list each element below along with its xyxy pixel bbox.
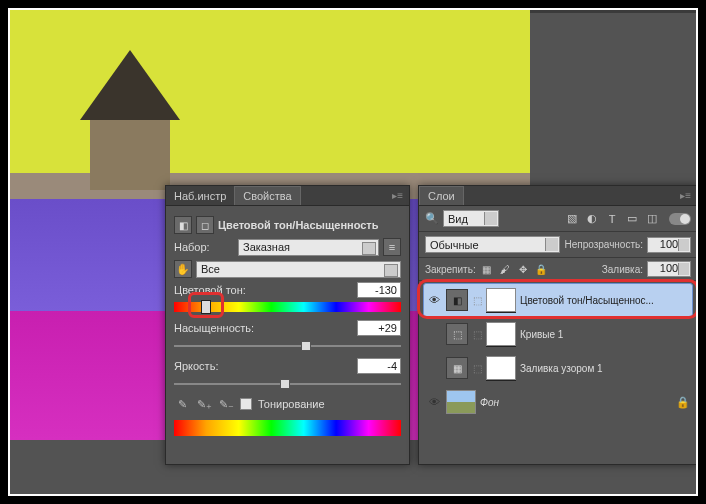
filter-type-icon[interactable]: T — [603, 211, 621, 227]
link-icon[interactable]: ⬚ — [472, 329, 482, 340]
properties-tabbar: Наб.инстр Свойства ▸≡ — [166, 186, 409, 206]
layers-list: 👁 ◧ ⬚ Цветовой тон/Насыщеннос... ⬚ ⬚ Кри… — [419, 281, 697, 421]
layer-adjust-icon: ◧ — [446, 289, 468, 311]
colorize-checkbox[interactable] — [240, 398, 252, 410]
tab-layers[interactable]: Слои — [419, 186, 464, 205]
filter-toggle[interactable] — [669, 213, 691, 225]
layer-name[interactable]: Кривые 1 — [520, 329, 690, 340]
mask-icon[interactable]: ◻ — [196, 216, 214, 234]
filter-search-icon[interactable]: 🔍 — [425, 212, 439, 225]
layer-row[interactable]: ▦ ⬚ Заливка узором 1 — [423, 351, 693, 385]
filter-smart-icon[interactable]: ◫ — [643, 211, 661, 227]
blend-mode-select[interactable]: Обычные — [425, 236, 560, 253]
filter-icons: ▧ ◐ T ▭ ◫ — [563, 211, 661, 227]
adjustment-icon[interactable]: ◧ — [174, 216, 192, 234]
adjustment-title: Цветовой тон/Насыщенность — [218, 219, 379, 231]
filter-pixel-icon[interactable]: ▧ — [563, 211, 581, 227]
layer-mask-thumb[interactable] — [486, 356, 516, 380]
filter-adjust-icon[interactable]: ◐ — [583, 211, 601, 227]
layer-row[interactable]: 👁 ◧ ⬚ Цветовой тон/Насыщеннос... — [423, 283, 693, 317]
opacity-label: Непрозрачность: — [564, 239, 643, 250]
tab-tool-presets[interactable]: Наб.инстр — [166, 187, 234, 205]
layer-mask-thumb[interactable] — [486, 322, 516, 346]
layer-adjust-icon: ⬚ — [446, 323, 468, 345]
panel-menu-icon[interactable]: ▸≡ — [674, 190, 697, 201]
properties-body: ◧ ◻ Цветовой тон/Насыщенность Набор: Зак… — [166, 206, 409, 442]
lock-position-icon[interactable]: ✥ — [516, 262, 530, 276]
filter-shape-icon[interactable]: ▭ — [623, 211, 641, 227]
hue-input[interactable] — [357, 282, 401, 298]
layers-panel: Слои ▸≡ 🔍 Вид ▧ ◐ T ▭ ◫ Обычные Непрозра… — [418, 185, 698, 465]
hue-label: Цветовой тон: — [174, 284, 246, 296]
saturation-input[interactable] — [357, 320, 401, 336]
hue-slider[interactable] — [174, 302, 401, 312]
link-icon[interactable]: ⬚ — [472, 295, 482, 306]
eyedropper-add-icon[interactable]: ✎₊ — [196, 396, 212, 412]
lock-all-icon[interactable]: 🔒 — [534, 262, 548, 276]
layers-tabbar: Слои ▸≡ — [419, 186, 697, 206]
lightness-label: Яркость: — [174, 360, 218, 372]
lock-label: Закрепить: — [425, 264, 476, 275]
lock-paint-icon[interactable]: 🖌 — [498, 262, 512, 276]
properties-panel: Наб.инстр Свойства ▸≡ ◧ ◻ Цветовой тон/Н… — [165, 185, 410, 465]
layer-name[interactable]: Заливка узором 1 — [520, 363, 690, 374]
saturation-label: Насыщенность: — [174, 322, 254, 334]
lightness-input[interactable] — [357, 358, 401, 374]
app-frame: Наб.инстр Свойства ▸≡ ◧ ◻ Цветовой тон/Н… — [8, 8, 698, 496]
layer-name[interactable]: Фон — [480, 397, 672, 408]
link-icon[interactable]: ⬚ — [472, 363, 482, 374]
filter-kind-select[interactable]: Вид — [443, 210, 499, 227]
panel-menu-icon[interactable]: ▸≡ — [386, 190, 409, 201]
blend-row: Обычные Непрозрачность: 100% — [419, 232, 697, 258]
layer-mask-thumb[interactable] — [486, 288, 516, 312]
fill-input[interactable]: 100% — [647, 261, 691, 277]
tab-properties[interactable]: Свойства — [234, 186, 300, 205]
image-content — [80, 50, 180, 190]
fill-label: Заливка: — [602, 264, 643, 275]
layers-filter-row: 🔍 Вид ▧ ◐ T ▭ ◫ — [419, 206, 697, 232]
preset-menu-button[interactable]: ≡ — [383, 238, 401, 256]
preset-label: Набор: — [174, 241, 234, 253]
layer-row[interactable]: ⬚ ⬚ Кривые 1 — [423, 317, 693, 351]
layer-thumb[interactable] — [446, 390, 476, 414]
layer-adjust-icon: ▦ — [446, 357, 468, 379]
preset-select[interactable]: Заказная — [238, 239, 379, 256]
channel-select[interactable]: Все — [196, 261, 401, 278]
lock-row: Закрепить: ▦ 🖌 ✥ 🔒 Заливка: 100% — [419, 258, 697, 281]
visibility-eye-icon[interactable]: 👁 — [426, 294, 442, 306]
eyedropper-sub-icon[interactable]: ✎₋ — [218, 396, 234, 412]
eyedropper-icon[interactable]: ✎ — [174, 396, 190, 412]
lock-icon: 🔒 — [676, 396, 690, 409]
lock-transparency-icon[interactable]: ▦ — [480, 262, 494, 276]
saturation-slider[interactable] — [174, 340, 401, 352]
layer-name[interactable]: Цветовой тон/Насыщеннос... — [520, 295, 690, 306]
layer-row-background[interactable]: 👁 Фон 🔒 — [423, 385, 693, 419]
scrubby-hand-icon[interactable]: ✋ — [174, 260, 192, 278]
opacity-input[interactable]: 100% — [647, 237, 691, 253]
lightness-slider[interactable] — [174, 378, 401, 390]
visibility-eye-icon[interactable]: 👁 — [426, 396, 442, 408]
spectrum-bar — [174, 420, 401, 436]
canvas-area: Наб.инстр Свойства ▸≡ ◧ ◻ Цветовой тон/Н… — [10, 10, 696, 494]
colorize-label: Тонирование — [258, 398, 325, 410]
